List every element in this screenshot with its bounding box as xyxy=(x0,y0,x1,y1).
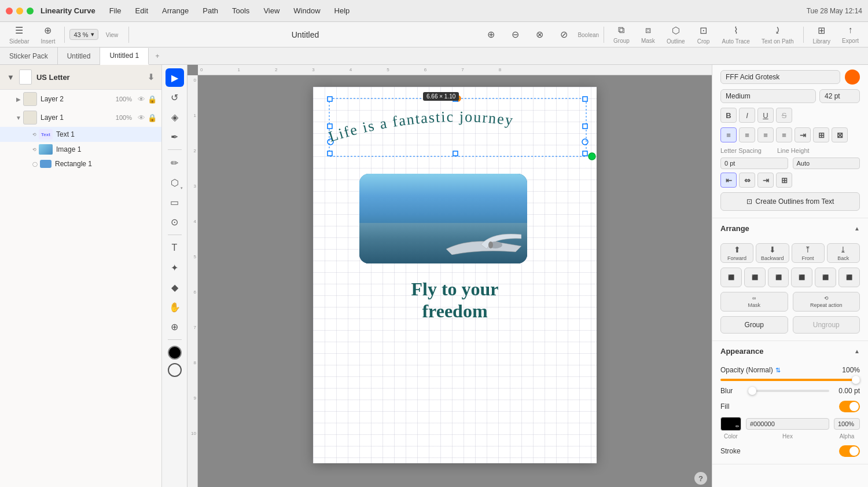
tab-untitled[interactable]: Untitled xyxy=(58,47,101,64)
opacity-slider-thumb[interactable] xyxy=(852,376,860,384)
close-button[interactable] xyxy=(6,8,13,14)
align-top-edge[interactable]: ⬛ xyxy=(791,268,812,287)
eraser-tool[interactable]: ◆ xyxy=(165,278,184,296)
tab-add-button[interactable]: + xyxy=(149,47,166,64)
layer1-expand-arrow[interactable]: ▼ xyxy=(14,113,23,122)
stroke-color-preview[interactable] xyxy=(168,363,182,377)
text-align-right2[interactable]: ⇥ xyxy=(757,173,774,188)
zoom-tool[interactable]: ⊕ xyxy=(165,317,184,336)
canvas-text-fly[interactable]: Fly to your freedom xyxy=(348,278,562,323)
layer2-lock-icon[interactable]: 🔒 xyxy=(148,95,157,104)
align-right-button[interactable]: ≡ xyxy=(757,127,774,142)
canvas-page[interactable]: Life is a fantastic journey xyxy=(313,87,597,463)
arrange-collapse-arrow[interactable]: ▲ xyxy=(854,225,860,232)
maximize-button[interactable] xyxy=(27,8,34,14)
font-name-input[interactable]: FFF Acid Grotesk xyxy=(720,70,840,84)
fill-color-swatch[interactable]: ✏ xyxy=(720,417,741,431)
outline-button[interactable]: ⬡ Outline xyxy=(662,23,690,47)
menu-file[interactable]: File xyxy=(107,5,124,16)
align-bottom-edge[interactable]: ⬛ xyxy=(838,268,860,287)
select-tool[interactable]: ▶ xyxy=(165,68,184,87)
node-tool[interactable]: ◈ xyxy=(165,108,184,126)
mask-button[interactable]: ⧈ Mask xyxy=(637,23,660,46)
font-size-input[interactable]: 42 pt xyxy=(819,89,860,103)
boolean-exclude[interactable]: ⊘ xyxy=(552,27,575,42)
layer2-visibility-icon[interactable]: 👁 xyxy=(138,95,145,104)
library-button[interactable]: ⊞ Library xyxy=(808,23,836,47)
auto-trace-button[interactable]: ⌇ Auto Trace xyxy=(718,23,755,47)
align-center-v[interactable]: ⬛ xyxy=(815,268,836,287)
italic-button[interactable]: I xyxy=(739,108,755,123)
text-dist2[interactable]: ⊞ xyxy=(813,127,829,142)
align-right-edge[interactable]: ⬛ xyxy=(768,268,789,287)
canvas-area[interactable]: 012345678 012345678910 xyxy=(187,65,712,487)
opacity-mode-icon[interactable]: ⇅ xyxy=(775,367,781,374)
shape-picker-tool[interactable]: ⬡ ▾ xyxy=(165,173,184,192)
underline-button[interactable]: U xyxy=(757,108,774,123)
boolean-intersect[interactable]: ⊗ xyxy=(528,27,551,42)
layer-item-text1[interactable]: ⟲ Text Text 1 xyxy=(0,127,161,142)
font-color-button[interactable] xyxy=(845,69,860,85)
tab-sticker-pack[interactable]: Sticker Pack xyxy=(0,47,58,64)
canvas-image[interactable] xyxy=(359,174,527,263)
layer1-lock-icon[interactable]: 🔒 xyxy=(148,113,157,122)
text-dist3[interactable]: ⊠ xyxy=(832,127,848,142)
align-justify-button[interactable]: ≡ xyxy=(776,127,792,142)
text-dist1[interactable]: ⇥ xyxy=(795,127,811,142)
mask-button[interactable]: ∞ Mask xyxy=(720,292,788,312)
bold-button[interactable]: B xyxy=(720,108,737,123)
export-button[interactable]: ↑ Export xyxy=(837,23,863,46)
zoom-selector[interactable]: 43 % ▾ xyxy=(69,29,98,40)
arrange-section-header[interactable]: Arrange ▲ xyxy=(712,218,868,239)
repeat-action-button[interactable]: ⟲ Repeat action xyxy=(793,292,860,312)
align-center-h[interactable]: ⬛ xyxy=(744,268,766,287)
appearance-collapse-arrow[interactable]: ▲ xyxy=(854,348,860,354)
text-align-j2[interactable]: ⊞ xyxy=(776,173,792,188)
menu-window[interactable]: Window xyxy=(291,5,322,16)
rect-tool[interactable]: ▭ xyxy=(165,193,184,211)
backward-button[interactable]: ⬇ Backward xyxy=(756,243,789,263)
tab-untitled-1[interactable]: Untitled 1 xyxy=(100,48,149,65)
text-on-path-button[interactable]: ⤸ Text on Path xyxy=(757,23,799,47)
text-align-center[interactable]: ⇔ xyxy=(739,173,755,188)
fill-hex-input[interactable]: #000000 xyxy=(746,418,829,430)
view-button[interactable]: View xyxy=(101,28,124,41)
ungroup-button[interactable]: Ungroup xyxy=(793,316,860,334)
transform-tool[interactable]: ✦ xyxy=(165,258,184,277)
pencil-tool[interactable]: ✏ xyxy=(165,153,184,172)
text-tool[interactable]: T xyxy=(165,239,184,257)
doc-download-icon[interactable]: ⬇ xyxy=(148,72,155,82)
font-style-select[interactable]: Medium xyxy=(720,89,816,103)
doc-expand-arrow[interactable]: ▼ xyxy=(7,73,14,82)
back-button[interactable]: ⤓ Back xyxy=(827,243,860,263)
lasso-tool[interactable]: ⊙ xyxy=(165,213,184,231)
crop-button[interactable]: ⊡ Crop xyxy=(692,23,715,47)
curved-text-container[interactable]: Life is a fantastic journey xyxy=(325,96,591,155)
fill-alpha-input[interactable]: 100% xyxy=(834,418,860,430)
group-button-arrange[interactable]: Group xyxy=(720,316,788,334)
boolean-subtract[interactable]: ⊖ xyxy=(503,27,527,42)
hand-tool[interactable]: ✋ xyxy=(165,298,184,316)
layer2-expand-arrow[interactable]: ▶ xyxy=(14,94,23,104)
strikethrough-button[interactable]: S xyxy=(776,108,792,123)
fill-color-preview[interactable] xyxy=(168,346,182,360)
align-left-button[interactable]: ≡ xyxy=(720,127,737,142)
menu-edit[interactable]: Edit xyxy=(133,5,150,16)
canvas-inner[interactable]: Life is a fantastic journey xyxy=(198,75,712,475)
appearance-section-header[interactable]: Appearance ▲ xyxy=(712,341,868,361)
minimize-button[interactable] xyxy=(16,8,23,14)
blur-slider[interactable] xyxy=(748,390,829,392)
create-outlines-button[interactable]: ⊡ Create Outlines from Text xyxy=(720,192,860,211)
opacity-slider[interactable] xyxy=(720,379,860,381)
front-button[interactable]: ⤒ Front xyxy=(792,243,825,263)
menu-arrange[interactable]: Arrange xyxy=(160,5,191,16)
layer1-visibility-icon[interactable]: 👁 xyxy=(138,113,145,122)
menu-path[interactable]: Path xyxy=(200,5,220,16)
sidebar-toggle-button[interactable]: ☰ Sidebar xyxy=(5,23,34,47)
menu-tools[interactable]: Tools xyxy=(230,5,252,16)
blur-slider-thumb[interactable] xyxy=(748,387,756,395)
menu-view[interactable]: View xyxy=(261,5,282,16)
forward-button[interactable]: ⬆ Forward xyxy=(720,243,753,263)
text-align-left[interactable]: ⇤ xyxy=(720,173,737,188)
layer-item-rect1[interactable]: ◯ Rectangle 1 xyxy=(0,157,161,171)
